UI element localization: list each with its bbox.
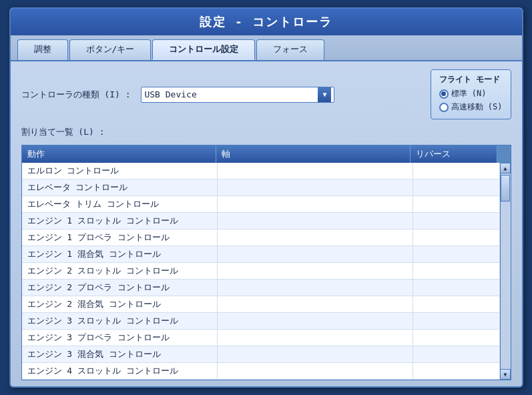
table-header: 動作 軸 リバース (22, 145, 511, 163)
table-row[interactable]: エンジン 2 混合気 コントロール (22, 296, 500, 313)
cell-reverse (413, 313, 500, 329)
cell-axis (218, 313, 413, 329)
assignments-table: 動作 軸 リバース エルロン コントロール エレベータ コントロール (21, 145, 511, 380)
cell-reverse (413, 213, 500, 229)
table-row[interactable]: エンジン 2 スロットル コントロール (22, 263, 500, 280)
cell-reverse (413, 179, 500, 195)
cell-action: エレベータ トリム コントロール (22, 196, 218, 212)
cell-axis (218, 363, 413, 379)
cell-action: エンジン 2 プロペラ コントロール (22, 280, 218, 296)
cell-action: エンジン 3 スロットル コントロール (22, 313, 218, 329)
cell-reverse (413, 246, 500, 262)
radio-highspeed-row: 高速移動 (S) (439, 101, 503, 113)
radio-standard-row: 標準 (N) (439, 88, 503, 99)
flight-mode-box: フライト モード 標準 (N) 高速移動 (S) (431, 69, 511, 119)
cell-axis (218, 263, 413, 279)
col-axis: 軸 (216, 145, 411, 163)
cell-reverse (413, 296, 500, 312)
cell-action: エンジン 2 混合気 コントロール (22, 296, 218, 312)
controller-selected-value: USB Device (144, 89, 318, 99)
cell-action: エンジン 1 プロペラ コントロール (22, 230, 218, 246)
cell-action: エンジン 1 スロットル コントロール (22, 213, 218, 229)
table-row[interactable]: エンジン 2 プロペラ コントロール (22, 280, 500, 296)
assignments-label: 割り当て一覧 (L) : (21, 126, 511, 138)
content-area: コントローラの種類 (I) : USB Device ▼ フライト モード 標準… (11, 61, 522, 388)
cell-axis (218, 280, 413, 296)
table-row[interactable]: エンジン 1 プロペラ コントロール (22, 230, 500, 246)
tab-force[interactable]: フォース (256, 39, 324, 60)
controller-dropdown-arrow[interactable]: ▼ (318, 87, 331, 102)
scrollbar-header (497, 145, 511, 163)
col-reverse: リバース (411, 145, 497, 163)
controller-select[interactable]: USB Device ▼ (141, 87, 334, 103)
cell-axis (218, 196, 413, 212)
cell-axis (218, 163, 413, 179)
cell-axis (218, 213, 413, 229)
cell-action: エンジン 3 混合気 コントロール (22, 346, 218, 362)
table-row[interactable]: エンジン 3 プロペラ コントロール (22, 330, 500, 346)
cell-axis (218, 330, 413, 346)
cell-action: エンジン 1 混合気 コントロール (22, 246, 218, 262)
scrollbar[interactable]: ▲ ▼ (500, 163, 511, 380)
delete-key-button[interactable]: キー割り当て削除 (E) (270, 387, 511, 388)
controller-label: コントローラの種類 (I) : (21, 89, 131, 101)
cell-reverse (413, 363, 500, 379)
radio-highspeed[interactable] (439, 103, 449, 112)
controller-row: コントローラの種類 (I) : USB Device ▼ フライト モード 標準… (21, 69, 511, 119)
col-action: 動作 (22, 145, 216, 163)
cell-action: エンジン 4 スロットル コントロール (22, 363, 218, 379)
cell-axis (218, 296, 413, 312)
radio-standard-label: 標準 (N) (451, 88, 487, 99)
buttons-row-1: 新規割り当て (W) ... キー割り当て削除 (E) (21, 387, 511, 388)
cell-reverse (413, 346, 500, 362)
cell-reverse (413, 280, 500, 296)
cell-reverse (413, 230, 500, 246)
flight-mode-title: フライト モード (439, 74, 503, 85)
radio-standard[interactable] (439, 89, 449, 99)
cell-axis (218, 179, 413, 195)
cell-action: エルロン コントロール (22, 163, 218, 179)
tab-control[interactable]: コントロール設定 (152, 39, 255, 60)
cell-reverse (413, 196, 500, 212)
title-bar: 設定 - コントローラ (11, 9, 522, 35)
table-row[interactable]: エルロン コントロール (22, 163, 500, 179)
scrollbar-thumb[interactable] (501, 175, 510, 202)
table-row[interactable]: エレベータ コントロール (22, 179, 500, 196)
new-assign-button[interactable]: 新規割り当て (W) ... (21, 387, 263, 388)
tabs-bar: 調整 ボタン/キー コントロール設定 フォース (11, 35, 522, 61)
table-row[interactable]: エンジン 1 混合気 コントロール (22, 246, 500, 263)
table-row[interactable]: エンジン 4 スロットル コントロール (22, 363, 500, 380)
scrollbar-down-button[interactable]: ▼ (500, 369, 511, 380)
table-row[interactable]: エンジン 3 混合気 コントロール (22, 346, 500, 363)
radio-highspeed-label: 高速移動 (S) (451, 101, 503, 113)
scrollbar-up-button[interactable]: ▲ (500, 163, 511, 173)
table-row[interactable]: エンジン 1 スロットル コントロール (22, 213, 500, 230)
tab-buttons[interactable]: ボタン/キー (69, 39, 152, 60)
cell-axis (218, 346, 413, 362)
table-row[interactable]: エレベータ トリム コントロール (22, 196, 500, 213)
cell-axis (218, 230, 413, 246)
cell-axis (218, 246, 413, 262)
table-row[interactable]: エンジン 3 スロットル コントロール (22, 313, 500, 330)
cell-reverse (413, 263, 500, 279)
table-scroll-area: エルロン コントロール エレベータ コントロール エレベータ トリム コントロー… (22, 163, 511, 380)
cell-action: エンジン 2 スロットル コントロール (22, 263, 218, 279)
cell-action: エンジン 3 プロペラ コントロール (22, 330, 218, 346)
cell-reverse (413, 163, 500, 179)
dialog: 設定 - コントローラ 調整 ボタン/キー コントロール設定 フォース コントロ… (9, 7, 523, 388)
cell-reverse (413, 330, 500, 346)
table-body: エルロン コントロール エレベータ コントロール エレベータ トリム コントロー… (22, 163, 500, 380)
tab-adjust[interactable]: 調整 (17, 39, 68, 60)
cell-action: エレベータ コントロール (22, 179, 218, 195)
dialog-title: 設定 - コントローラ (200, 14, 332, 30)
